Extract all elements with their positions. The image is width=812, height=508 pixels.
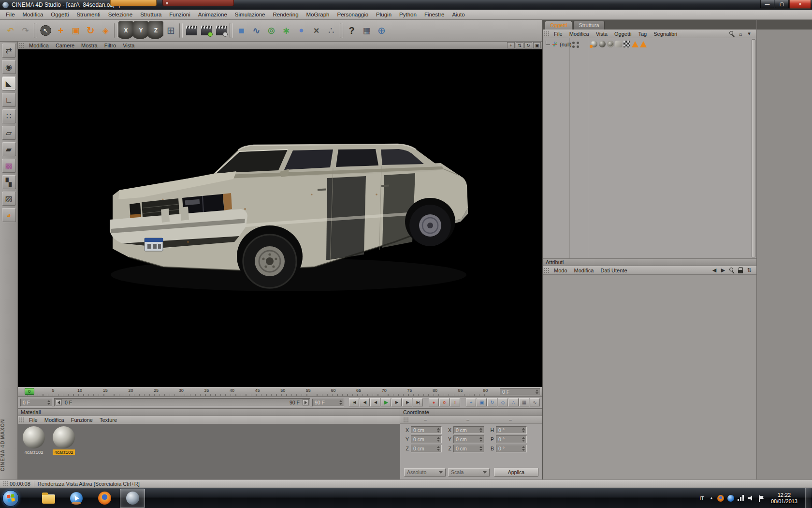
menu-item[interactable]: Rendering	[269, 11, 303, 18]
next-key-button[interactable]: |▶	[402, 398, 412, 406]
object-manager-menu-item[interactable]: Vista	[593, 31, 611, 37]
coordinate-field[interactable]: 0 cm	[411, 435, 442, 443]
uvw-tag-icon[interactable]	[624, 41, 630, 47]
materials-menu-item[interactable]: File	[26, 417, 41, 423]
content-browser-button[interactable]: ▦	[359, 21, 374, 40]
tray-action-center-icon[interactable]	[757, 495, 763, 501]
maximize-button[interactable]: ▢	[775, 0, 789, 9]
tray-network-icon[interactable]	[738, 495, 744, 501]
next-frame-button[interactable]: ▶	[392, 398, 402, 406]
coordinate-field[interactable]: 0 cm	[411, 426, 442, 434]
points-mode-button[interactable]: ∷	[2, 109, 16, 123]
coordinate-column-dropdown[interactable]: –	[410, 417, 441, 422]
coordinate-field[interactable]: 0 °	[496, 426, 527, 434]
polygons-mode-button[interactable]: ▰	[2, 142, 16, 156]
tray-firefox-icon[interactable]	[717, 495, 724, 502]
object-axis-mode-button[interactable]: ∟	[2, 93, 16, 107]
coordinate-field[interactable]: 0 °	[496, 445, 527, 452]
material-item[interactable]: 4carz102	[51, 426, 77, 455]
menu-item[interactable]: Plugin	[372, 11, 395, 18]
menu-item[interactable]: Animazione	[194, 11, 231, 18]
autokeying-button[interactable]: !	[450, 398, 460, 406]
add-particles-button[interactable]: ∴	[324, 21, 339, 40]
render-picture-viewer-button[interactable]	[199, 21, 214, 40]
object-manager-menu-item[interactable]: Oggetti	[611, 31, 635, 37]
menu-item[interactable]: Personaggio	[334, 11, 373, 18]
object-manager-menu-item[interactable]: Segnalibri	[650, 31, 681, 37]
scale-tool[interactable]: ▣	[68, 21, 83, 40]
home-icon[interactable]: ⌂	[737, 30, 744, 37]
tab-oggetti[interactable]: Oggetti	[545, 21, 572, 30]
stepper-arrows[interactable]	[478, 437, 484, 442]
menu-item[interactable]: Selezione	[104, 11, 137, 18]
coordinate-column-dropdown[interactable]: –	[495, 417, 526, 422]
undo-button[interactable]: ↶	[3, 21, 18, 40]
start-button[interactable]	[0, 488, 21, 508]
key-parameter-toggle[interactable]: ◇	[498, 398, 508, 406]
viewport-menu-item[interactable]: Mostra	[78, 42, 101, 49]
hidden-icons-button[interactable]: ▲	[710, 496, 713, 500]
material-item[interactable]: 4carz102	[21, 426, 47, 455]
show-desktop-button[interactable]	[805, 488, 811, 508]
attributes-menu-item[interactable]: Dati Utente	[597, 268, 631, 273]
timeline-ruler[interactable]: 0 051015202530354045505560657075808590 0…	[18, 387, 542, 397]
last-used-tool[interactable]: ◈	[98, 21, 113, 40]
materials-menu-item[interactable]: Funzione	[68, 417, 96, 423]
tray-volume-icon[interactable]	[748, 495, 754, 501]
menu-item[interactable]: Modifica	[19, 11, 47, 18]
texture-tag-icon[interactable]	[599, 41, 606, 47]
live-selection-tool[interactable]: ↖	[38, 21, 53, 40]
online-help-button[interactable]: ⊕	[374, 21, 389, 40]
stepper-arrows[interactable]	[478, 446, 484, 451]
scale-dropdown[interactable]: Scala	[448, 468, 490, 477]
stepper-arrows[interactable]	[436, 428, 441, 433]
fcurve-mode-button[interactable]: ∿	[530, 398, 540, 406]
menu-item[interactable]: Simulazione	[231, 11, 269, 18]
object-row[interactable]: (null)	[545, 41, 571, 48]
timeline-grid-button[interactable]: ▦	[519, 398, 529, 406]
add-array-button[interactable]: ∗	[279, 21, 294, 40]
toggle-view-icon[interactable]: ▣	[533, 42, 541, 48]
coordinate-field[interactable]: 0 cm	[453, 435, 484, 443]
workplane-mode-button[interactable]: ◣	[2, 76, 16, 90]
pan-view-icon[interactable]: +	[507, 42, 515, 48]
apply-button[interactable]: Applica	[494, 468, 538, 477]
lock-icon[interactable]	[737, 267, 744, 274]
taskbar-clock[interactable]: 12:22 08/01/2013	[767, 492, 801, 505]
end-frame-field[interactable]: 90 F	[312, 399, 344, 406]
goto-start-button[interactable]: |◀	[349, 398, 359, 406]
history-back-icon[interactable]: ◀	[711, 267, 718, 274]
object-manager-menu-item[interactable]: Modifica	[566, 31, 593, 37]
render-settings-button[interactable]	[214, 21, 229, 40]
coordinate-field[interactable]: 0 cm	[411, 445, 442, 452]
materials-menu-item[interactable]: Modifica	[41, 417, 68, 423]
add-spline-button[interactable]: ∿	[249, 21, 264, 40]
taskbar-cinema4d-button[interactable]	[120, 489, 145, 508]
taskbar-explorer-button[interactable]	[36, 489, 61, 508]
material-tag-icon[interactable]	[591, 41, 597, 47]
viewport-menu-item[interactable]: Filtro	[101, 42, 119, 49]
bookmark-menu-icon[interactable]: ▾	[746, 30, 753, 37]
edges-mode-button[interactable]: ▱	[2, 126, 16, 140]
menu-item[interactable]: Python	[395, 11, 420, 18]
viewport-menu-item[interactable]: Camere	[52, 42, 78, 49]
zoom-view-icon[interactable]: ⇅	[516, 42, 523, 48]
menu-item[interactable]: Strumenti	[72, 11, 104, 18]
tab-struttura[interactable]: Struttura	[573, 21, 604, 30]
model-mode-button[interactable]: ◉	[2, 60, 16, 74]
attributes-menu-item[interactable]: Modifica	[571, 268, 597, 273]
record-objects-button[interactable]: ●	[429, 398, 439, 406]
texture-mode-button[interactable]: ▩	[2, 159, 16, 173]
history-forward-icon[interactable]: ▶	[720, 267, 726, 274]
snap-settings-button[interactable]: ◕	[2, 208, 16, 222]
close-button[interactable]: ×	[789, 0, 811, 9]
play-forward-button[interactable]: ▶	[381, 398, 391, 406]
menu-item[interactable]: Finestre	[420, 11, 449, 18]
lock-z-axis-button[interactable]: Z	[148, 21, 163, 40]
range-end-handle[interactable]	[303, 399, 309, 405]
add-metaball-button[interactable]: ●	[294, 21, 309, 40]
coordinate-system-button[interactable]: ⊞	[163, 21, 178, 40]
current-frame-field[interactable]: 0 F	[20, 399, 52, 406]
search-icon[interactable]	[728, 267, 735, 274]
stepper-arrows[interactable]	[46, 400, 52, 405]
